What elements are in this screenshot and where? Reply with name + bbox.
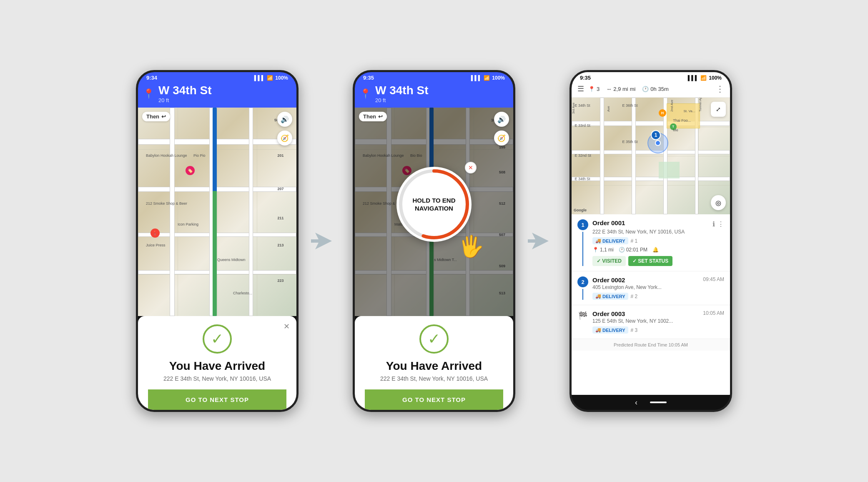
delivery-tag-2: 🚚 DELIVERY: [592, 293, 628, 300]
clock-meta-1: 🔔: [652, 247, 659, 253]
distance-val-3: 2,9 mi: [613, 86, 628, 92]
order-item-1: 1 Order 0001 ℹ ⋮ 222 E 34th St, New York…: [572, 214, 730, 271]
info-icon-1[interactable]: ℹ: [712, 220, 715, 228]
hold-circle-text: HOLD TO ENDNAVIGATION: [412, 196, 455, 213]
nav-header-text-2: W 34th St 20 ft: [375, 84, 508, 103]
nav-header-text-1: W 34th St 20 ft: [158, 84, 291, 103]
signal-icon-2: ▌▌▌: [471, 75, 482, 81]
svg-rect-1: [311, 239, 329, 243]
set-status-btn-1[interactable]: ✓ SET STATUS: [628, 256, 672, 266]
next-stop-btn-1[interactable]: GO TO NEXT STOP: [148, 389, 286, 410]
order-content-3: Order 0003 10:05 AM 125 E 54th St, New Y…: [592, 310, 724, 334]
stops-info-3: 📍 3: [588, 86, 600, 92]
status-bar-1: 9:34 ▌▌▌ 📶 100%: [138, 72, 296, 83]
wifi-icon-2: 📶: [484, 75, 490, 81]
visited-btn-1[interactable]: ✓ VISITED: [592, 256, 626, 266]
map-expand-btn-3[interactable]: ⤢: [711, 102, 726, 117]
order-meta-1: 📍 1,1 mi 🕐 02:01 PM 🔔: [592, 247, 724, 253]
order-address-1: 222 E 34th St, New York, NY 10016, USA: [592, 229, 724, 235]
distance-icon-3: ↔: [606, 86, 612, 92]
order-title-3: Order 0003: [592, 310, 625, 317]
distance-unit-3: mi: [630, 86, 636, 92]
time-info-3: 🕐 0h 35m: [642, 86, 668, 92]
nav-street-2: W 34th St: [375, 84, 508, 97]
order-address-3: 125 E 54th St, New York, NY 1002...: [592, 318, 724, 324]
map-area-1: Babylon Hookah Lounge Pio Pio 212 Smoke …: [138, 108, 296, 316]
delivery-tag-1: 🚚 DELIVERY: [592, 237, 628, 244]
footer-note-3: Predicted Route End Time 10:05 AM: [572, 339, 730, 351]
order-top-1: Order 0001 ℹ ⋮: [592, 219, 724, 228]
order-num-col-3: 🏁: [577, 310, 588, 334]
svg-rect-5: [528, 239, 545, 243]
scene: 9:34 ▌▌▌ 📶 100% 📍 W 34th St 20 ft: [136, 70, 732, 412]
arrow-svg-2: [528, 228, 557, 254]
order-content-2: Order 0002 09:45 AM 405 Lexington Ave, N…: [592, 276, 724, 300]
battery-icon-1: 100%: [275, 75, 288, 81]
distance-meta-1: 📍 1,1 mi: [592, 247, 614, 253]
time-val-3: 0h 35m: [650, 86, 668, 92]
arrived-card-2: ✓ You Have Arrived 222 E 34th St, New Yo…: [355, 316, 513, 410]
then-label-2: Then: [363, 113, 376, 120]
more-icon-1[interactable]: ⋮: [717, 220, 724, 228]
home-pill-3[interactable]: [650, 402, 667, 403]
sound-btn-1[interactable]: 🔊: [277, 112, 292, 127]
battery-icon-3: 100%: [709, 75, 722, 81]
sound-btn-2[interactable]: 🔊: [494, 112, 509, 127]
compass-btn-2[interactable]: 🧭: [494, 131, 509, 146]
status-icons-1: ▌▌▌ 📶 100%: [254, 75, 288, 81]
next-stop-btn-2[interactable]: GO TO NEXT STOP: [365, 389, 503, 410]
nav-distance-2: 20 ft: [375, 97, 508, 103]
route-info-row-3: 📍 3 ↔ 2,9 mi mi 🕐 0h 35m: [588, 86, 712, 92]
close-btn-1[interactable]: ✕: [283, 322, 290, 331]
order-num-col-1: 1: [577, 219, 588, 266]
pin-icon-1: 📍: [143, 88, 154, 99]
hold-close-btn[interactable]: ✕: [465, 162, 477, 173]
order-num-badge-1: 1: [577, 219, 588, 230]
more-btn-3[interactable]: ⋮: [716, 84, 724, 94]
order-list-3: 1 Order 0001 ℹ ⋮ 222 E 34th St, New York…: [572, 214, 730, 395]
arrived-title-1: You Have Arrived: [148, 359, 286, 373]
order-time-3: 10:05 AM: [703, 310, 724, 316]
hold-circle-container: HOLD TO ENDNAVIGATION ✕ 🖐: [396, 167, 472, 242]
eta-meta-1: 🕐 02:01 PM: [619, 247, 647, 253]
wifi-icon-1: 📶: [267, 75, 273, 81]
status-time-2: 9:35: [363, 75, 374, 81]
phone-nav-bottom-3: ‹: [572, 395, 730, 410]
arrived-address-2: 222 E 34th St, New York, NY 10016, USA: [365, 375, 503, 382]
order-time-2: 09:45 AM: [703, 276, 724, 282]
pin-icon-2: 📍: [360, 88, 371, 99]
battery-icon-2: 100%: [492, 75, 505, 81]
phone-1: 9:34 ▌▌▌ 📶 100% 📍 W 34th St 20 ft: [136, 70, 299, 412]
stops-count-3: 3: [597, 86, 600, 92]
status-bar-2: 9:35 ▌▌▌ 📶 100%: [355, 72, 513, 83]
hold-circle[interactable]: HOLD TO ENDNAVIGATION: [396, 167, 472, 242]
hash-tag-1: # 1: [631, 238, 638, 244]
nav-street-1: W 34th St: [158, 84, 291, 97]
order-top-3: Order 0003 10:05 AM: [592, 310, 724, 317]
phone-2: 9:35 ▌▌▌ 📶 100% 📍 W 34th St 20 ft: [353, 70, 515, 412]
then-arrow-icon-2: ↩: [378, 113, 383, 120]
signal-icon-3: ▌▌▌: [688, 75, 699, 81]
map-locate-btn-3[interactable]: ◎: [711, 195, 726, 210]
order-tags-3: 🚚 DELIVERY # 3: [592, 326, 724, 334]
order-action-icons-1: ℹ ⋮: [712, 219, 724, 228]
status-bar-3: 9:35 ▌▌▌ 📶 100%: [572, 72, 730, 83]
arrived-title-2: You Have Arrived: [365, 359, 503, 373]
distance-info-3: ↔ 2,9 mi mi: [606, 86, 635, 92]
order-title-1: Order 0001: [592, 219, 625, 226]
order-line-2: [582, 289, 583, 300]
map-background-1: Babylon Hookah Lounge Pio Pio 212 Smoke …: [138, 108, 296, 316]
hand-cursor-icon: 🖐: [458, 234, 484, 259]
order-btns-1: ✓ VISITED ✓ SET STATUS: [592, 256, 724, 266]
arrived-check-1: ✓: [203, 324, 232, 354]
order-num-badge-2: 2: [577, 276, 588, 287]
order-num-badge-3: 🏁: [577, 310, 588, 321]
compass-btn-1[interactable]: 🧭: [277, 131, 292, 146]
arrow-2: [528, 228, 557, 254]
status-icons-2: ▌▌▌ 📶 100%: [471, 75, 505, 81]
order-num-col-2: 2: [577, 276, 588, 300]
status-time-1: 9:34: [146, 75, 157, 81]
status-time-3: 9:35: [580, 75, 591, 81]
menu-icon-3[interactable]: ☰: [577, 84, 584, 93]
back-nav-icon-3[interactable]: ‹: [635, 398, 637, 407]
